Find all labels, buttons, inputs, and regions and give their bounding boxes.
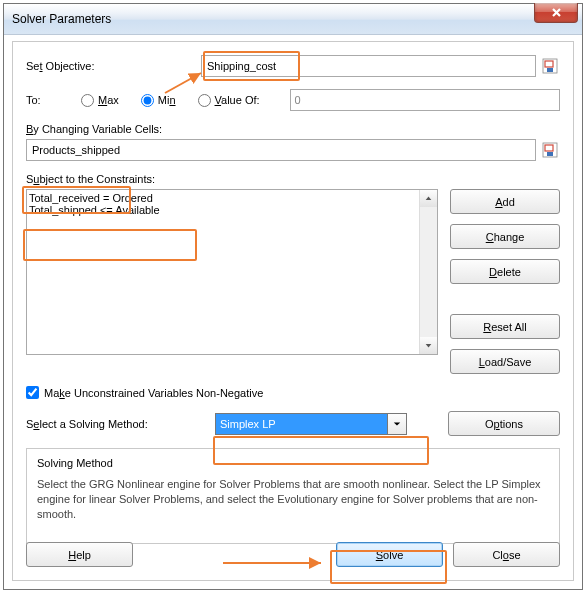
by-changing-label: By Changing Variable Cells:: [26, 123, 560, 135]
max-radio[interactable]: Max: [81, 94, 119, 107]
svg-rect-2: [547, 68, 553, 72]
load-save-button[interactable]: Load/Save: [450, 349, 560, 374]
by-changing-picker[interactable]: [26, 139, 536, 161]
nonneg-label: Make Unconstrained Variables Non-Negativ…: [44, 387, 263, 399]
objective-cell-picker[interactable]: [201, 55, 536, 77]
by-changing-row: [26, 139, 560, 161]
constraints-scrollbar[interactable]: [419, 190, 437, 354]
constraints-area: Total_received = Ordered Total_shipped <…: [26, 189, 560, 374]
method-combobox[interactable]: Simplex LP: [215, 413, 407, 435]
help-button[interactable]: Help: [26, 542, 133, 567]
constraints-label: Subject to the Constraints:: [26, 173, 560, 185]
add-button[interactable]: Add: [450, 189, 560, 214]
scroll-down-button[interactable]: [420, 337, 437, 354]
dialog-footer: Help Solve Close: [26, 542, 560, 567]
close-window-button[interactable]: [534, 3, 578, 23]
solving-method-info: Solving Method Select the GRG Nonlinear …: [26, 448, 560, 544]
solving-method-info-text: Select the GRG Nonlinear engine for Solv…: [37, 477, 549, 522]
delete-button[interactable]: Delete: [450, 259, 560, 284]
to-row: To: Max Min Value Of: 0: [26, 89, 560, 111]
range-select-icon: [541, 57, 559, 75]
by-changing-range-select-button[interactable]: [540, 140, 560, 160]
objective-row: Set Objective:: [26, 55, 560, 77]
close-button[interactable]: Close: [453, 542, 560, 567]
constraints-buttons: Add Change Delete Reset All Load/Save: [450, 189, 560, 374]
method-selected: Simplex LP: [216, 414, 387, 434]
by-changing-input[interactable]: [30, 140, 535, 160]
nonneg-row: Make Unconstrained Variables Non-Negativ…: [26, 386, 560, 399]
dialog-title: Solver Parameters: [12, 12, 111, 26]
nonneg-checkbox[interactable]: [26, 386, 39, 399]
close-icon: [551, 7, 562, 18]
change-button[interactable]: Change: [450, 224, 560, 249]
to-label: To:: [26, 94, 81, 106]
method-row: Select a Solving Method: Simplex LP Opti…: [26, 411, 560, 436]
chevron-down-icon: [393, 420, 401, 428]
constraints-listbox[interactable]: Total_received = Ordered Total_shipped <…: [26, 189, 438, 355]
svg-rect-5: [547, 152, 553, 156]
method-dropdown-button[interactable]: [387, 414, 406, 434]
solve-button[interactable]: Solve: [336, 542, 443, 567]
range-select-icon: [541, 141, 559, 159]
method-label: Select a Solving Method:: [26, 418, 201, 430]
objective-range-select-button[interactable]: [540, 56, 560, 76]
titlebar: Solver Parameters: [4, 4, 582, 35]
solver-parameters-dialog: Solver Parameters Set Objective:: [3, 3, 583, 590]
scroll-up-button[interactable]: [420, 190, 437, 207]
dialog-body: Set Objective: To: Max Min Va: [12, 41, 574, 581]
solving-method-info-title: Solving Method: [37, 457, 549, 469]
options-button[interactable]: Options: [448, 411, 560, 436]
valueof-input[interactable]: 0: [290, 89, 560, 111]
constraint-item[interactable]: Total_shipped <= Available: [29, 204, 435, 216]
objective-input[interactable]: [205, 56, 535, 76]
reset-all-button[interactable]: Reset All: [450, 314, 560, 339]
min-radio[interactable]: Min: [141, 94, 176, 107]
valueof-radio[interactable]: Value Of:: [198, 94, 260, 107]
objective-label: Set Objective:: [26, 60, 201, 72]
constraint-item[interactable]: Total_received = Ordered: [29, 192, 435, 204]
